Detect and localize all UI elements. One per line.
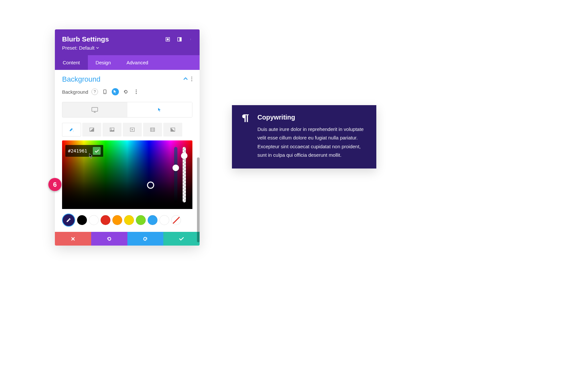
swatch-orange[interactable]: [112, 215, 122, 225]
eyedropper-button[interactable]: [62, 214, 75, 227]
undo-button[interactable]: [91, 232, 127, 246]
cancel-button[interactable]: [55, 232, 91, 246]
alpha-slider[interactable]: [183, 147, 186, 202]
svg-rect-1: [167, 38, 169, 40]
bg-type-pattern[interactable]: [143, 123, 162, 136]
svg-point-9: [191, 80, 192, 81]
hex-input[interactable]: [68, 148, 91, 153]
expand-icon[interactable]: [165, 37, 170, 42]
tab-design[interactable]: Design: [88, 55, 119, 70]
swatch-empty[interactable]: [159, 215, 169, 225]
bg-type-image[interactable]: [103, 123, 122, 136]
mobile-icon[interactable]: [101, 88, 108, 95]
saturation-slider[interactable]: [174, 147, 177, 202]
bg-type-video[interactable]: [123, 123, 142, 136]
tab-bar: Content Design Advanced: [55, 55, 200, 70]
panel-header: Blurb Settings Preset: Default: [55, 29, 200, 55]
swatch-yellow[interactable]: [124, 215, 134, 225]
swatch-white[interactable]: [89, 215, 99, 225]
more-vertical-icon[interactable]: [191, 76, 192, 83]
slider-handle[interactable]: [181, 152, 188, 159]
bg-type-gradient[interactable]: [82, 123, 101, 136]
section-title[interactable]: Background: [62, 75, 100, 84]
preview-card: Copywriting Duis aute irure dolor in rep…: [232, 105, 376, 168]
svg-point-4: [190, 39, 191, 39]
more-vertical-icon[interactable]: [133, 88, 140, 95]
redo-button[interactable]: [127, 232, 164, 246]
step-badge: 6: [48, 178, 61, 191]
bg-type-mask[interactable]: [163, 123, 182, 136]
svg-point-8: [191, 78, 192, 79]
swatch-row: [62, 214, 192, 227]
settings-panel: Blurb Settings Preset: Default Content D…: [55, 29, 200, 246]
help-icon[interactable]: ?: [91, 88, 98, 95]
field-label: Background: [62, 89, 88, 95]
preview-heading: Copywriting: [257, 114, 367, 121]
preset-label: Preset: Default: [62, 45, 94, 51]
svg-point-7: [191, 76, 192, 77]
tab-advanced[interactable]: Advanced: [119, 55, 156, 70]
background-type-row: [62, 123, 192, 136]
svg-rect-20: [151, 128, 155, 132]
swatch-blue[interactable]: [148, 215, 157, 225]
preview-body: Duis aute irure dolor in reprehenderit i…: [257, 125, 367, 159]
swatch-green[interactable]: [136, 215, 146, 225]
chevron-down-icon: [96, 46, 99, 49]
svg-point-11: [105, 93, 105, 93]
paragraph-icon: [242, 114, 251, 159]
state-tab-bar: [62, 102, 192, 118]
slider-handle[interactable]: [172, 165, 179, 171]
color-marker[interactable]: [147, 182, 154, 189]
svg-point-6: [190, 40, 191, 40]
bg-type-color[interactable]: [62, 123, 81, 136]
svg-point-13: [136, 91, 137, 92]
more-vertical-icon[interactable]: [188, 37, 194, 42]
svg-point-5: [190, 39, 191, 40]
scrollbar[interactable]: [197, 157, 200, 242]
svg-rect-3: [179, 37, 181, 41]
swatch-none[interactable]: [171, 215, 181, 225]
collapse-icon[interactable]: [183, 76, 188, 82]
dock-icon[interactable]: [177, 37, 182, 42]
footer-buttons: [55, 232, 200, 246]
cursor-pointer-icon: [89, 153, 93, 160]
hex-confirm-button[interactable]: [93, 147, 101, 155]
swatch-black[interactable]: [77, 215, 87, 225]
svg-point-14: [136, 93, 137, 94]
svg-rect-15: [92, 107, 98, 111]
hex-input-container: [65, 145, 103, 157]
reset-icon[interactable]: [122, 88, 129, 95]
swatch-red[interactable]: [101, 215, 110, 225]
hover-icon[interactable]: [112, 88, 119, 95]
field-row: Background ?: [62, 88, 192, 95]
tab-content[interactable]: Content: [55, 55, 88, 70]
state-tab-desktop[interactable]: [62, 102, 127, 117]
svg-point-18: [111, 129, 112, 130]
state-tab-hover[interactable]: [127, 102, 192, 117]
color-picker-canvas[interactable]: [62, 140, 192, 209]
svg-point-12: [136, 89, 137, 90]
preset-selector[interactable]: Preset: Default: [62, 45, 192, 51]
save-button[interactable]: [163, 232, 200, 246]
